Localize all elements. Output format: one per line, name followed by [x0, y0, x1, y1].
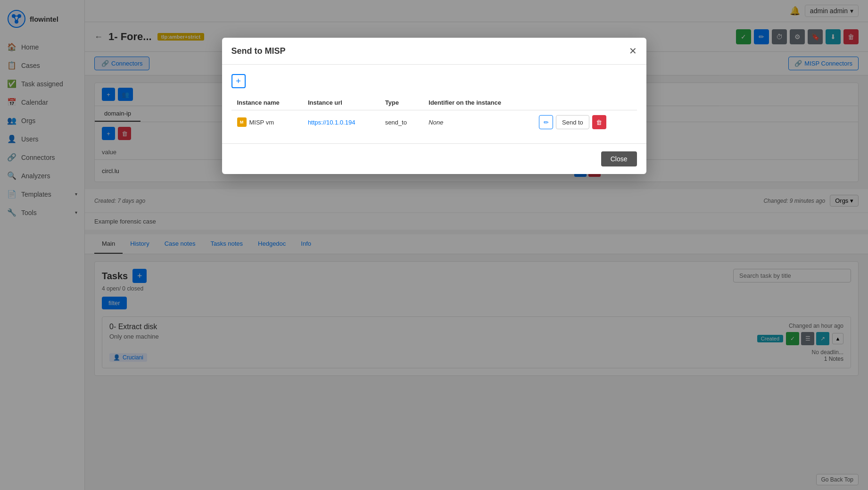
modal-send-to-misp: Send to MISP ✕ + Instance name Instance …	[222, 38, 646, 174]
modal-table-head: Instance name Instance url Type Identifi…	[231, 95, 637, 110]
instance-url-link[interactable]: https://10.1.0.194	[308, 119, 355, 126]
modal-identifier-cell: None	[423, 110, 533, 134]
modal-title: Send to MISP	[231, 46, 286, 56]
modal-col-instance-name: Instance name	[231, 95, 302, 110]
modal-body: + Instance name Instance url Type Identi…	[222, 65, 646, 143]
modal-col-type: Type	[380, 95, 423, 110]
modal-footer: Close	[222, 143, 646, 174]
modal-table: Instance name Instance url Type Identifi…	[231, 95, 637, 134]
modal-close-button[interactable]: ✕	[629, 45, 637, 57]
instance-name-label: MISP vm	[249, 119, 274, 126]
add-instance-button[interactable]: +	[231, 74, 246, 88]
modal-col-actions-header	[533, 95, 637, 110]
modal-header: Send to MISP ✕	[222, 38, 646, 65]
send-to-button[interactable]: Send to	[556, 115, 589, 129]
instance-name-with-logo: M MISP vm	[237, 117, 297, 127]
modal-overlay[interactable]: Send to MISP ✕ + Instance name Instance …	[0, 0, 868, 490]
modal-table-body: M MISP vm https://10.1.0.194 send_to Non…	[231, 110, 637, 134]
modal-instance-url-cell: https://10.1.0.194	[302, 110, 380, 134]
delete-instance-button[interactable]: 🗑	[592, 115, 606, 129]
modal-col-instance-url: Instance url	[302, 95, 380, 110]
modal-row-actions: ✏ Send to 🗑	[539, 115, 631, 129]
modal-close-btn[interactable]: Close	[601, 151, 637, 166]
modal-type-cell: send_to	[380, 110, 423, 134]
misp-logo-icon: M	[237, 117, 247, 127]
edit-instance-button[interactable]: ✏	[539, 115, 553, 129]
table-row: M MISP vm https://10.1.0.194 send_to Non…	[231, 110, 637, 134]
modal-row-actions-cell: ✏ Send to 🗑	[533, 110, 637, 134]
modal-instance-name-cell: M MISP vm	[231, 110, 302, 134]
modal-col-identifier: Identifier on the instance	[423, 95, 533, 110]
